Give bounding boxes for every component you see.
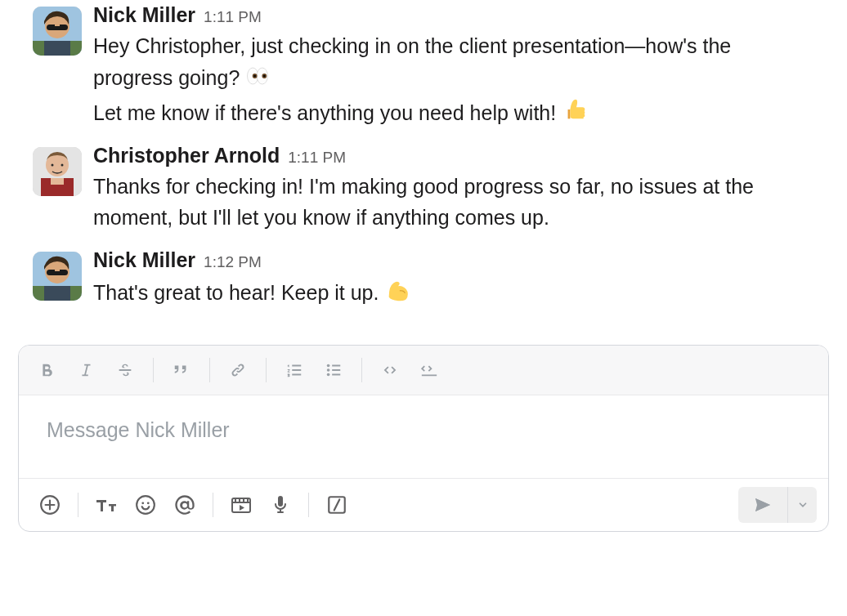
code-block-button[interactable] (410, 352, 449, 388)
code-button[interactable] (370, 352, 410, 388)
svg-point-29 (141, 502, 144, 504)
audio-clip-button[interactable] (261, 487, 300, 523)
svg-rect-23 (44, 286, 70, 301)
link-button[interactable] (218, 352, 258, 388)
message-list: Nick Miller 1:11 PM Hey Christopher, jus… (0, 0, 847, 322)
message-timestamp: 1:11 PM (288, 149, 346, 167)
toolbar-separator (153, 358, 154, 382)
message-input[interactable] (47, 418, 800, 442)
message-text: Thanks for checking in! I'm making good … (93, 175, 754, 230)
strike-button[interactable] (105, 352, 145, 388)
emoji-button[interactable] (126, 487, 165, 523)
message-timestamp: 1:11 PM (204, 8, 262, 26)
sender-name[interactable]: Christopher Arnold (93, 144, 280, 167)
svg-rect-32 (278, 496, 283, 507)
bold-button[interactable] (27, 352, 66, 388)
message-text: Let me know if there's anything you need… (93, 101, 562, 124)
avatar (33, 252, 82, 301)
formatting-toggle-button[interactable] (87, 487, 126, 523)
send-options-button[interactable] (787, 487, 817, 523)
svg-rect-15 (51, 178, 64, 185)
avatar (33, 7, 82, 56)
svg-point-24 (327, 364, 330, 368)
mention-button[interactable] (165, 487, 204, 523)
italic-button[interactable] (66, 352, 105, 388)
thumbs-up-emoji (562, 96, 589, 123)
message: Nick Miller 1:11 PM Hey Christopher, jus… (33, 2, 814, 142)
message: Christopher Arnold 1:11 PM Thanks for ch… (33, 142, 814, 248)
sender-name[interactable]: Nick Miller (93, 3, 195, 27)
message: Nick Miller 1:12 PM That's great to hear… (33, 247, 814, 322)
svg-rect-5 (44, 41, 70, 56)
bullet-list-button[interactable] (314, 352, 353, 388)
toolbar-separator (209, 358, 210, 382)
svg-point-16 (52, 163, 54, 166)
message-body: Thanks for checking in! I'm making good … (93, 171, 814, 234)
toolbar-separator (213, 493, 213, 517)
toolbar-separator (361, 358, 362, 382)
svg-point-17 (61, 163, 64, 166)
eyes-emoji (245, 64, 270, 88)
avatar (33, 147, 82, 196)
svg-point-30 (147, 502, 150, 504)
message-text: That's great to hear! Keep it up. (93, 281, 384, 304)
send-button-group (738, 487, 817, 523)
svg-point-10 (254, 74, 257, 77)
flex-arm-emoji (384, 275, 412, 303)
quote-button[interactable] (162, 352, 201, 388)
message-composer (18, 345, 829, 532)
svg-point-26 (327, 373, 330, 377)
toolbar-separator (78, 493, 78, 517)
svg-point-28 (137, 496, 155, 514)
attach-button[interactable] (30, 487, 69, 523)
format-toolbar (19, 346, 828, 395)
svg-rect-4 (55, 25, 60, 26)
svg-rect-22 (55, 270, 60, 271)
toolbar-separator (266, 358, 267, 382)
toolbar-separator (308, 493, 309, 517)
ordered-list-button[interactable] (275, 352, 314, 388)
svg-point-11 (263, 74, 266, 77)
action-toolbar (19, 478, 828, 531)
message-text: Hey Christopher, just checking in on the… (93, 34, 731, 89)
shortcuts-button[interactable] (317, 487, 356, 523)
message-timestamp: 1:12 PM (204, 253, 262, 271)
sender-name[interactable]: Nick Miller (93, 248, 195, 272)
message-body: That's great to hear! Keep it up. (93, 275, 814, 309)
send-button[interactable] (738, 487, 787, 523)
svg-point-25 (327, 368, 330, 372)
message-body: Hey Christopher, just checking in on the… (93, 30, 814, 129)
video-clip-button[interactable] (222, 487, 261, 523)
